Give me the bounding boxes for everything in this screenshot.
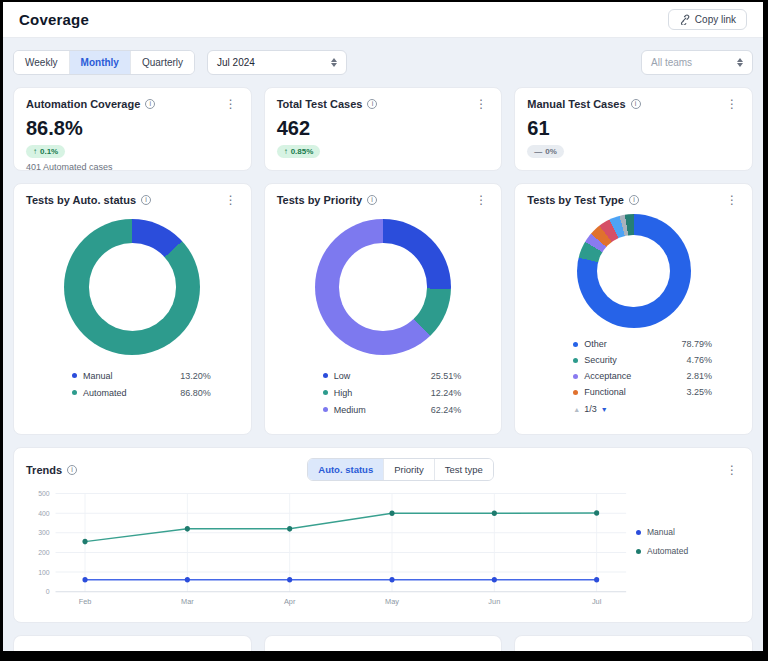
legend-item: Security 4.76% <box>573 352 712 368</box>
legend-label: Manual <box>647 527 675 537</box>
stat-card-automation-coverage: Automation Coverage i ⋮ 86.8% ↑0.1% 401 … <box>13 87 252 171</box>
info-icon[interactable]: i <box>629 195 639 205</box>
dash-icon: — <box>534 147 542 156</box>
info-icon[interactable]: i <box>141 195 151 205</box>
donut-chart-test-type <box>577 214 691 328</box>
stepper-icon <box>737 58 743 67</box>
legend-item: Manual 13.20% <box>72 367 211 384</box>
stat-value: 462 <box>277 117 490 140</box>
legend-label: Manual <box>83 371 113 381</box>
card-peek <box>264 635 503 653</box>
team-select-value: All teams <box>651 57 692 68</box>
trend-tab-auto-status[interactable]: Auto. status <box>308 459 384 480</box>
svg-text:Jun: Jun <box>488 597 500 606</box>
svg-text:200: 200 <box>38 549 49 557</box>
copy-link-button[interactable]: Copy link <box>668 9 747 30</box>
kebab-menu-icon[interactable]: ⋮ <box>473 195 489 205</box>
page-up-icon[interactable]: ▲ <box>573 406 580 413</box>
kebab-menu-icon[interactable]: ⋮ <box>724 465 740 475</box>
kebab-menu-icon[interactable]: ⋮ <box>223 195 239 205</box>
info-icon[interactable]: i <box>145 99 155 109</box>
stepper-icon <box>331 58 337 67</box>
trend-tab-test-type[interactable]: Test type <box>435 459 493 480</box>
svg-text:400: 400 <box>38 510 49 518</box>
delta-badge: ↑0.85% <box>277 145 321 158</box>
legend-item: Medium 62.24% <box>323 401 462 418</box>
legend-value: 2.81% <box>686 371 712 381</box>
legend-dot <box>636 549 641 554</box>
period-segmented-control: Weekly Monthly Quarterly <box>13 50 195 75</box>
month-select[interactable]: Jul 2024 <box>207 50 347 75</box>
period-tab-weekly[interactable]: Weekly <box>14 51 70 74</box>
svg-text:500: 500 <box>38 490 49 498</box>
legend-dot <box>636 530 641 535</box>
info-icon[interactable]: i <box>367 195 377 205</box>
info-icon[interactable]: i <box>67 465 77 475</box>
legend-value: 12.24% <box>431 388 462 398</box>
legend-dot <box>573 342 578 347</box>
svg-text:100: 100 <box>38 568 49 576</box>
legend-dot <box>72 373 77 378</box>
legend-value: 13.20% <box>180 371 211 381</box>
next-row-peek <box>13 635 753 653</box>
card-peek <box>13 635 252 653</box>
svg-text:Mar: Mar <box>181 597 194 606</box>
donut-chart-auto-status <box>64 219 200 355</box>
kebab-menu-icon[interactable]: ⋮ <box>724 195 740 205</box>
delta-value: 0% <box>545 147 557 156</box>
card-title: Trends <box>26 464 62 476</box>
trend-tab-priority[interactable]: Priority <box>384 459 435 480</box>
legend-label: High <box>334 388 353 398</box>
svg-text:Apr: Apr <box>284 597 296 606</box>
card-title: Total Test Cases <box>277 98 363 110</box>
up-arrow-icon: ↑ <box>284 147 288 156</box>
legend-item: Other 78.79% <box>573 336 712 352</box>
legend-value: 25.51% <box>431 371 462 381</box>
chart-legend: Low 25.51% High 12.24% Medium 62.24% <box>323 367 462 418</box>
legend-dot <box>573 374 578 379</box>
chart-card-test-type: Tests by Test Type i ⋮ Other 78.79% Secu… <box>514 183 753 435</box>
delta-value: 0.85% <box>291 147 314 156</box>
legend-label: Acceptance <box>584 371 631 381</box>
team-select[interactable]: All teams <box>641 50 753 75</box>
svg-text:May: May <box>385 597 399 606</box>
period-tab-monthly[interactable]: Monthly <box>70 51 131 74</box>
legend-item: Automated <box>636 546 740 556</box>
legend-value: 3.25% <box>686 387 712 397</box>
period-tab-quarterly[interactable]: Quarterly <box>131 51 194 74</box>
info-icon[interactable]: i <box>631 99 641 109</box>
legend-label: Automated <box>647 546 688 556</box>
legend-item: Automated 86.80% <box>72 384 211 401</box>
kebab-menu-icon[interactable]: ⋮ <box>724 99 740 109</box>
chart-card-auto-status: Tests by Auto. status i ⋮ Manual 13.20% … <box>13 183 252 435</box>
legend-dot <box>72 390 77 395</box>
info-icon[interactable]: i <box>367 99 377 109</box>
link-icon <box>679 14 690 25</box>
svg-text:Jul: Jul <box>592 597 602 606</box>
legend-item: High 12.24% <box>323 384 462 401</box>
legend-item: Manual <box>636 527 740 537</box>
card-title: Automation Coverage <box>26 98 140 110</box>
header: Coverage Copy link <box>3 2 763 38</box>
legend-item: Functional 3.25% <box>573 384 712 400</box>
legend-label: Functional <box>584 387 626 397</box>
legend-value: 4.76% <box>686 355 712 365</box>
legend-item: Acceptance 2.81% <box>573 368 712 384</box>
legend-dot <box>323 390 328 395</box>
delta-badge: —0% <box>527 145 564 158</box>
stat-card-total-test-cases: Total Test Cases i ⋮ 462 ↑0.85% <box>264 87 503 171</box>
app-window: Coverage Copy link Weekly Monthly Quarte… <box>0 0 768 661</box>
page-title: Coverage <box>19 11 89 28</box>
kebab-menu-icon[interactable]: ⋮ <box>223 99 239 109</box>
kebab-menu-icon[interactable]: ⋮ <box>473 99 489 109</box>
donut-chart-priority <box>315 219 451 355</box>
page-down-icon[interactable]: ▼ <box>601 406 608 413</box>
donut-card-row: Tests by Auto. status i ⋮ Manual 13.20% … <box>13 183 753 435</box>
card-title: Manual Test Cases <box>527 98 625 110</box>
stat-value: 61 <box>527 117 740 140</box>
legend-label: Low <box>334 371 351 381</box>
stat-note: 401 Automated cases <box>26 162 239 172</box>
delta-value: 0.1% <box>40 147 58 156</box>
delta-badge: ↑0.1% <box>26 145 65 158</box>
card-title: Tests by Test Type <box>527 194 624 206</box>
